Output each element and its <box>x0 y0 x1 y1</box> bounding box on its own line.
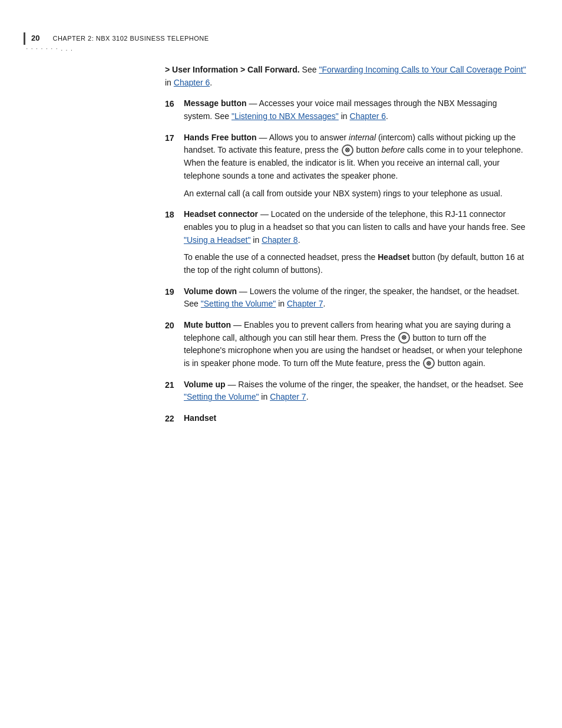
item-18-para2-text1: To enable the use of a connected headset… <box>184 252 378 262</box>
item-16-content: Message button — Accesses your voice mai… <box>184 97 527 123</box>
item-21-link1[interactable]: "Setting the Volume" <box>184 392 259 401</box>
item-17-para1: Hands Free button — Allows you to answer… <box>184 131 527 183</box>
item-16-in: in <box>341 111 350 121</box>
item-19-number: 19 <box>165 285 184 298</box>
page-number: 20 <box>31 34 39 42</box>
item-21-in: in <box>261 392 270 401</box>
item-17: 17 Hands Free button — Allows you to ans… <box>165 131 527 200</box>
item-22-number: 22 <box>165 412 184 425</box>
item-22: 22 Handset <box>165 412 527 425</box>
item-19-label: Volume down <box>184 286 237 296</box>
item-19: 19 Volume down — Lowers the volume of th… <box>165 285 527 311</box>
item-18-label: Headset connector <box>184 209 258 219</box>
intro-in: in <box>165 78 174 87</box>
item-18-link1[interactable]: "Using a Headset" <box>184 235 250 245</box>
header-area: 20 Chapter 2: NBX 3102 Business Telephon… <box>0 0 562 52</box>
item-19-link1[interactable]: "Setting the Volume" <box>201 299 276 308</box>
item-20-label: Mute button <box>184 320 231 330</box>
item-21-link2[interactable]: Chapter 7 <box>270 392 306 401</box>
mute-icon: ⊛ <box>398 332 410 344</box>
item-19-link2[interactable]: Chapter 7 <box>287 299 323 308</box>
item-21: 21 Volume up — Raises the volume of the … <box>165 378 527 404</box>
item-17-content: Hands Free button — Allows you to answer… <box>184 131 527 200</box>
item-21-dash: — <box>227 380 238 389</box>
item-20-content: Mute button — Enables you to prevent cal… <box>184 319 527 370</box>
item-18-para2: To enable the use of a connected headset… <box>184 251 527 276</box>
item-20: 20 Mute button — Enables you to prevent … <box>165 319 527 370</box>
item-18-para1: Headset connector — Located on the under… <box>184 208 527 246</box>
content-area: > User Information > Call Forward. See "… <box>165 52 527 425</box>
item-19-dash: — <box>239 286 250 296</box>
item-20-dash: — <box>233 320 244 330</box>
item-17-label: Hands Free button <box>184 133 257 142</box>
item-22-label: Handset <box>184 413 216 423</box>
intro-see-text: See <box>302 65 319 74</box>
item-20-text3: button again. <box>438 358 485 368</box>
item-21-content: Volume up — Raises the volume of the rin… <box>184 378 527 404</box>
item-17-dash: — <box>259 133 269 142</box>
item-18: 18 Headset connector — Located on the un… <box>165 208 527 276</box>
mute-icon-2: ⊛ <box>423 357 435 369</box>
item-16-label: Message button <box>184 98 247 108</box>
item-16-dash: — <box>249 98 259 108</box>
item-21-label: Volume up <box>184 380 226 389</box>
item-16-link1[interactable]: "Listening to NBX Messages" <box>232 111 339 121</box>
header-bar: 20 Chapter 2: NBX 3102 Business Telephon… <box>24 32 562 45</box>
item-18-link2[interactable]: Chapter 8 <box>262 235 297 245</box>
dots-decoration: ·······... <box>25 45 562 52</box>
intro-link1[interactable]: "Forwarding Incoming Calls to Your Call … <box>319 65 526 74</box>
chapter-title: Chapter 2: NBX 3102 Business Telephone <box>52 35 209 42</box>
item-17-italic1: internal <box>349 133 376 142</box>
item-18-dash: — <box>260 209 271 219</box>
item-20-number: 20 <box>165 319 184 332</box>
item-18-content: Headset connector — Located on the under… <box>184 208 527 276</box>
item-21-number: 21 <box>165 378 184 391</box>
intro-item: > User Information > Call Forward. See "… <box>165 64 527 89</box>
item-17-italic2: before <box>381 145 405 154</box>
item-22-content: Handset <box>184 412 527 425</box>
item-19-in: in <box>278 299 287 308</box>
intro-link2[interactable]: Chapter 6 <box>174 78 210 87</box>
hands-free-icon: ⊗ <box>342 144 353 156</box>
item-17-para2: An external call (a call from outside yo… <box>184 187 527 200</box>
item-21-text1: Raises the volume of the ringer, the spe… <box>238 380 523 389</box>
item-18-number: 18 <box>165 208 184 221</box>
item-18-in: in <box>253 235 262 245</box>
page: 20 Chapter 2: NBX 3102 Business Telephon… <box>0 0 562 728</box>
item-16-link2[interactable]: Chapter 6 <box>350 111 386 121</box>
item-16: 16 Message button — Accesses your voice … <box>165 97 527 123</box>
item-18-headset-bold: Headset <box>378 252 409 262</box>
item-17-text1: Allows you to answer <box>269 133 349 142</box>
intro-prefix: > User Information > Call Forward. <box>165 65 300 74</box>
item-17-text3: button <box>356 145 382 154</box>
item-17-number: 17 <box>165 131 184 144</box>
item-19-content: Volume down — Lowers the volume of the r… <box>184 285 527 311</box>
item-16-number: 16 <box>165 97 184 110</box>
